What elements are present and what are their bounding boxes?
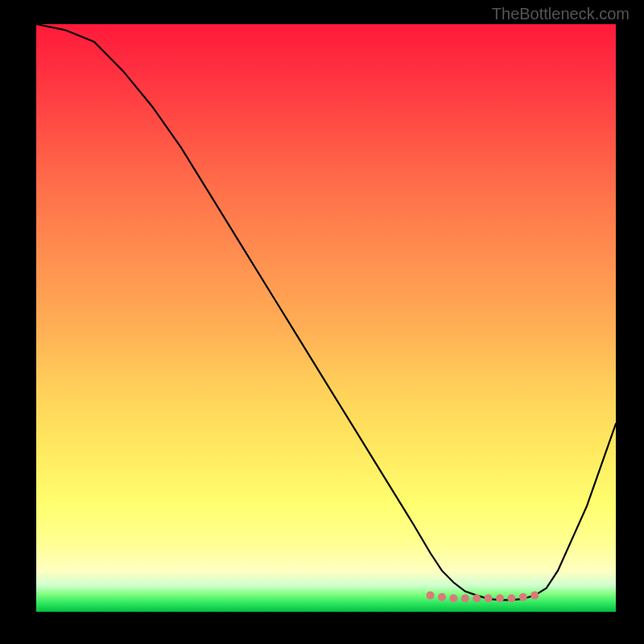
trough-marker (496, 594, 504, 602)
chart-container: TheBottleneck.com (0, 0, 644, 644)
trough-marker (485, 594, 493, 602)
trough-marker (519, 593, 527, 601)
trough-marker (449, 594, 457, 602)
trough-marker (438, 593, 446, 601)
trough-marker (530, 592, 539, 600)
bottleneck-curve (36, 24, 616, 600)
watermark-text: TheBottleneck.com (492, 5, 630, 23)
curve-layer (36, 24, 616, 612)
trough-marker (507, 594, 515, 602)
trough-marker (473, 594, 481, 602)
trough-marker (461, 594, 469, 602)
plot-area (36, 24, 616, 612)
trough-marker (427, 592, 435, 600)
